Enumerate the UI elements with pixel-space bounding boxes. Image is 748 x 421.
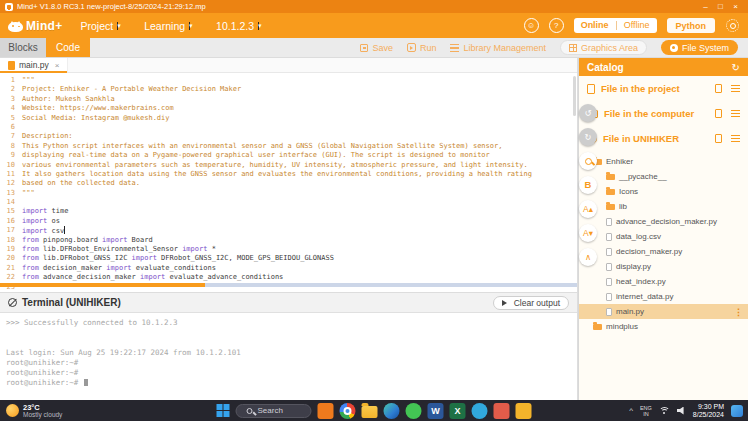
folder-icon[interactable] [362, 406, 378, 418]
code-line[interactable]: 15import time [0, 207, 577, 216]
redo-button[interactable]: ↻ [579, 128, 597, 146]
gift-icon[interactable] [494, 403, 510, 419]
feedback-button[interactable]: ☺ [524, 18, 539, 33]
catalog-section-unihiker[interactable]: File in UNIHIKER [579, 126, 748, 151]
more-menu-icon[interactable] [731, 110, 740, 117]
code-line[interactable]: 18from pinpong.board import Board [0, 236, 577, 245]
catalog-section-project[interactable]: File in the project [579, 76, 748, 101]
mindplus-app-icon[interactable] [318, 403, 334, 419]
font-decrease-button[interactable]: A▾ [579, 224, 597, 242]
code-line[interactable]: 11It also gathers location data using th… [0, 170, 577, 179]
format-button[interactable]: B [579, 176, 597, 194]
whatsapp-icon[interactable] [406, 403, 422, 419]
save-button[interactable]: Save [360, 43, 393, 53]
menu-project[interactable]: Project ▾ [81, 20, 119, 32]
tree-item[interactable]: advance_decision_maker.py [579, 214, 748, 229]
code-line[interactable]: 14 [0, 198, 577, 207]
editor-tab-mainpy[interactable]: main.py × [0, 58, 68, 72]
collapse-button[interactable]: ∧ [579, 248, 597, 266]
code-line[interactable]: 1""" [0, 76, 577, 85]
close-tab-icon[interactable]: × [55, 61, 60, 70]
code-line[interactable]: 3Author: Mukesh Sankhla [0, 95, 577, 104]
weather-widget[interactable]: 23°C Mostly cloudy [0, 404, 62, 418]
tab-code[interactable]: Code [46, 38, 90, 57]
code-line[interactable]: 16import os [0, 217, 577, 226]
code-line[interactable]: 2Project: Enhiker - A Portable Weather D… [0, 85, 577, 94]
tree-item[interactable]: Enhiker [579, 154, 748, 169]
word-icon[interactable]: W [428, 403, 444, 419]
horizontal-scrollbar[interactable] [0, 283, 577, 287]
code-line[interactable]: 7Description: [0, 132, 577, 141]
code-text: displaying real-time data on a Pygame-po… [22, 151, 490, 160]
minimize-button[interactable]: – [698, 2, 713, 11]
online-button[interactable]: Online [574, 18, 616, 33]
help-button[interactable]: ? [549, 18, 564, 33]
new-file-icon[interactable] [715, 109, 722, 118]
file-system-button[interactable]: File System [661, 40, 738, 55]
taskbar-search[interactable]: Search [236, 404, 312, 418]
wifi-icon[interactable] [659, 407, 670, 415]
offline-button[interactable]: Offline [617, 18, 657, 33]
language-indicator[interactable]: ENG IN [640, 405, 652, 417]
code-line[interactable]: 20from lib.DFRobot_GNSS_I2C import DFRob… [0, 254, 577, 263]
clear-output-button[interactable]: Clear output [493, 296, 569, 310]
refresh-icon[interactable]: ↻ [732, 62, 740, 73]
tree-item[interactable]: decision_maker.py [579, 244, 748, 259]
code-line[interactable]: 10various environmental parameters such … [0, 161, 577, 170]
library-management-button[interactable]: Library Management [450, 43, 546, 53]
menu-learning[interactable]: Learning ▾ [144, 20, 190, 32]
code-line[interactable]: 13""" [0, 189, 577, 198]
python-mode-button[interactable]: Python [667, 18, 716, 33]
code-line[interactable]: 19from lib.DFRobot_Environmental_Sensor … [0, 245, 577, 254]
clock[interactable]: 9:30 PM 8/25/2024 [693, 403, 724, 419]
run-button[interactable]: Run [407, 43, 437, 53]
scrollbar-thumb[interactable] [0, 283, 205, 287]
terminal-output[interactable]: >>> Successfully connected to 10.1.2.3La… [0, 314, 577, 400]
tree-item[interactable]: internet_data.py [579, 289, 748, 304]
edge-icon[interactable] [384, 403, 400, 419]
code-line[interactable]: 12based on the collected data. [0, 179, 577, 188]
new-file-icon[interactable] [715, 84, 722, 93]
chrome-icon[interactable] [340, 403, 356, 419]
notification-icon[interactable] [731, 405, 743, 417]
code-line[interactable]: 5Social Media: Instagram @mukesh.diy [0, 114, 577, 123]
code-line[interactable]: 6 [0, 123, 577, 132]
code-line[interactable]: 22from advance_decision_maker import eva… [0, 273, 577, 282]
graphics-area-button[interactable]: Graphics Area [560, 40, 647, 55]
vertical-scrollbar[interactable] [573, 76, 576, 116]
code-line[interactable]: 9displaying real-time data on a Pygame-p… [0, 151, 577, 160]
close-button[interactable]: × [728, 2, 743, 11]
tree-item[interactable]: display.py [579, 259, 748, 274]
item-menu-icon[interactable]: ⋮ [734, 307, 748, 317]
photos-icon[interactable] [516, 403, 532, 419]
telegram-icon[interactable] [472, 403, 488, 419]
search-button[interactable] [579, 152, 597, 170]
volume-icon[interactable] [677, 407, 686, 415]
tree-item[interactable]: mindplus [579, 319, 748, 334]
catalog-section-computer[interactable]: File in the computer [579, 101, 748, 126]
font-increase-button[interactable]: A▴ [579, 200, 597, 218]
tree-item[interactable]: Icons [579, 184, 748, 199]
tree-item[interactable]: data_log.csv [579, 229, 748, 244]
code-line[interactable]: 4Website: https://www.makerbrains.com [0, 104, 577, 113]
code-line[interactable]: 21from decision_maker import evaluate_co… [0, 264, 577, 273]
tree-item[interactable]: heat_index.py [579, 274, 748, 289]
tree-item[interactable]: __pycache__ [579, 169, 748, 184]
device-menu[interactable]: 10.1.2.3 ▾ [216, 20, 259, 32]
code-line[interactable]: 17import csv [0, 226, 577, 235]
code-editor[interactable]: 1"""2Project: Enhiker - A Portable Weath… [0, 73, 577, 292]
settings-button[interactable] [725, 18, 740, 33]
code-line[interactable]: 8This Python script interfaces with an e… [0, 142, 577, 151]
excel-icon[interactable]: X [450, 403, 466, 419]
tab-blocks[interactable]: Blocks [0, 38, 46, 57]
new-file-icon[interactable] [715, 134, 722, 143]
more-menu-icon[interactable] [731, 85, 740, 92]
tree-item[interactable]: lib [579, 199, 748, 214]
search-icon [247, 408, 253, 414]
tray-chevron-icon[interactable]: ^ [629, 406, 633, 415]
undo-button[interactable]: ↺ [579, 104, 597, 122]
more-menu-icon[interactable] [731, 135, 740, 142]
start-button[interactable] [217, 404, 230, 417]
maximize-button[interactable]: □ [713, 2, 728, 11]
tree-item[interactable]: main.py⋮ [579, 304, 748, 319]
